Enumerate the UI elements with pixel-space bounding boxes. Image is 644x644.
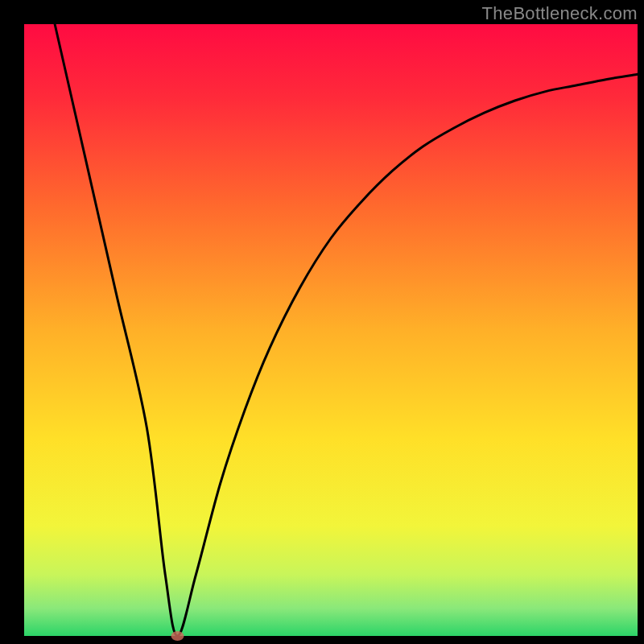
attribution-label: TheBottleneck.com <box>482 3 638 24</box>
bottleneck-chart <box>0 0 644 644</box>
minimum-marker <box>171 631 184 641</box>
chart-root: TheBottleneck.com <box>0 0 644 644</box>
plot-background <box>24 24 638 636</box>
